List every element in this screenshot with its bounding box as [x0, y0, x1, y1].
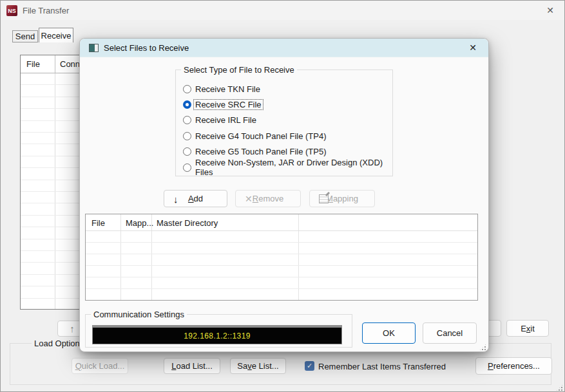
column-header-file[interactable]: File [26, 59, 40, 69]
remember-checkbox[interactable]: ✓ [305, 361, 314, 371]
radio-icon [183, 116, 191, 124]
remove-button[interactable]: ✕ Remove [235, 190, 301, 207]
app-icon: NS [6, 5, 17, 16]
file-type-group-label: Select Type of File to Receive [181, 65, 297, 75]
mapping-button-label: Mapping [326, 194, 358, 203]
dialog-title: Select Files to Receive [104, 43, 189, 53]
radio-icon [183, 147, 191, 156]
cancel-button[interactable]: Cancel [423, 322, 477, 344]
column-header-mapping[interactable]: Mapp... [126, 218, 153, 228]
dialog-window-icon [89, 44, 99, 52]
add-button-label: Add [188, 194, 203, 203]
save-list-button[interactable]: Save List... [230, 358, 286, 374]
radio-option[interactable]: Receive SRC File [183, 97, 389, 112]
connection-address-display: 192.168.1.2::1319 [92, 325, 342, 344]
radio-option-label: Receive IRL File [194, 115, 258, 125]
remember-checkbox-label: Remember Last Items Transferred [318, 362, 446, 371]
x-mark-icon: ✕ [245, 194, 253, 204]
load-options-label: Load Options [32, 339, 86, 348]
check-icon: ✓ [307, 362, 312, 369]
load-list-button[interactable]: Load List... [164, 358, 220, 374]
radio-option-label: Receive Non-System, JAR or Driver Design… [194, 158, 389, 177]
dialog-titlebar[interactable]: Select Files to Receive ✕ [80, 39, 488, 57]
radio-option-label: Receive G5 Touch Panel File (TP5) [194, 147, 328, 156]
selected-files-table: File Mapp... Master Directory [85, 214, 478, 301]
window-title: File Transfer [23, 6, 69, 15]
radio-option[interactable]: Receive Non-System, JAR or Driver Design… [183, 160, 389, 175]
table-rows-empty[interactable] [86, 231, 477, 300]
radio-option-label: Receive SRC File [194, 100, 263, 109]
tab-send[interactable]: Send [12, 30, 38, 42]
dialog-close-icon[interactable]: ✕ [466, 41, 479, 54]
down-arrow-icon: ↓ [173, 193, 178, 204]
remove-button-label: Remove [253, 194, 283, 203]
dialog-resize-grip[interactable] [479, 344, 486, 351]
radio-icon [183, 132, 191, 140]
radio-icon [183, 163, 191, 172]
communication-settings-label: Communication Settings [91, 310, 187, 319]
preferences-button[interactable]: Preferences... [475, 357, 552, 375]
radio-option-label: Receive TKN File [194, 84, 262, 94]
file-type-radio-list: Receive TKN File Receive SRC File Receiv… [183, 81, 389, 175]
table-header: File Mapp... Master Directory [86, 214, 477, 231]
add-button[interactable]: ↓ Add [164, 190, 227, 207]
column-header-master-directory[interactable]: Master Directory [157, 218, 218, 228]
communication-settings-group: Communication Settings 192.168.1.2::1319 [85, 314, 352, 348]
up-arrow-icon: ↑ [70, 323, 75, 334]
window-close-icon[interactable]: ✕ [544, 4, 557, 17]
quick-load-button[interactable]: Quick Load... [72, 358, 128, 374]
radio-icon [183, 100, 191, 109]
tab-receive[interactable]: Receive [39, 28, 73, 42]
radio-option[interactable]: Receive G4 Touch Panel File (TP4) [183, 128, 389, 144]
radio-option-label: Receive G4 Touch Panel File (TP4) [194, 131, 328, 141]
radio-icon [183, 85, 191, 93]
exit-button[interactable]: Exit [506, 320, 549, 337]
radio-option[interactable]: Receive IRL File [183, 113, 389, 128]
ok-button[interactable]: OK [362, 322, 416, 344]
window-resize-grip[interactable] [556, 384, 563, 391]
select-files-to-receive-dialog: Select Files to Receive ✕ Select Type of… [79, 38, 489, 352]
document-pencil-icon [319, 194, 329, 203]
window-titlebar: NS File Transfer ✕ [1, 1, 564, 20]
file-transfer-window: NS File Transfer ✕ Send Receive File Con… [0, 0, 565, 392]
radio-option[interactable]: Receive TKN File [183, 81, 389, 97]
column-header-file[interactable]: File [91, 218, 105, 228]
mapping-button[interactable]: Mapping [309, 190, 375, 207]
